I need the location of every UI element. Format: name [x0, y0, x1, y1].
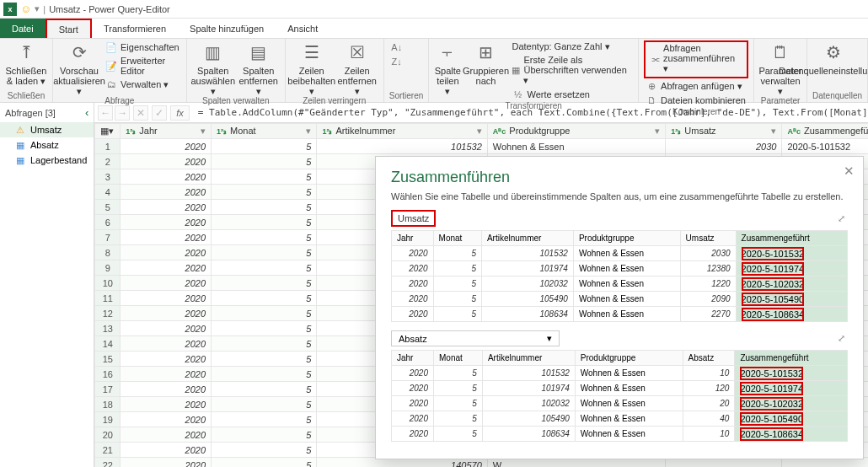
secondary-table-select[interactable]: Absatz▾: [391, 330, 560, 346]
advanced-editor-button[interactable]: 📝Erweiterter Editor: [104, 55, 181, 77]
table-icon: ▦: [15, 155, 25, 165]
row-number[interactable]: 16: [95, 367, 121, 382]
column-header[interactable]: 1²₃Jahr▾: [121, 124, 212, 139]
row-number[interactable]: 18: [95, 397, 121, 412]
warning-icon: ⚠: [15, 125, 25, 135]
close-dialog-button[interactable]: ✕: [844, 164, 855, 179]
formula-bar: ← → ✕ ✓ fx = Table.AddColumn(#"Geänderte…: [94, 103, 868, 123]
dialog-description: Wählen Sie eine Tabelle und übereinstimm…: [391, 191, 848, 201]
tab-add-column[interactable]: Spalte hinzufügen: [178, 19, 276, 38]
excel-icon: x: [3, 3, 17, 16]
column-header[interactable]: 1²₃Umsatz▾: [666, 124, 782, 139]
headers-icon: ▦: [512, 65, 520, 77]
remove-rows-icon: ☒: [346, 40, 369, 64]
replace-values-button[interactable]: ½Werte ersetzen: [510, 88, 633, 101]
accept-formula-button[interactable]: ✓: [152, 105, 167, 121]
column-header[interactable]: AᴮcZusammengeführt▾: [782, 124, 868, 139]
row-number[interactable]: 6: [95, 215, 121, 230]
refresh-preview-button[interactable]: ⟳Vorschau aktualisieren ▾: [58, 40, 100, 96]
primary-preview-table[interactable]: JahrMonatArtikelnummerProduktgruppeUmsat…: [391, 230, 848, 322]
window-title: Umsatz - Power Query-Editor: [49, 4, 170, 14]
manage-button[interactable]: 🗂Verwalten ▾: [104, 78, 181, 91]
row-number[interactable]: 8: [95, 245, 121, 260]
secondary-preview-table[interactable]: JahrMonatArtikelnummerProduktgruppeAbsat…: [391, 350, 848, 442]
first-row-headers-button[interactable]: ▦Erste Zeile als Überschriften verwenden…: [510, 54, 633, 87]
row-number[interactable]: 14: [95, 336, 121, 352]
fx-label: fx: [170, 105, 190, 121]
merge-queries-button[interactable]: ⫘Abfragen zusammenführen ▾: [649, 42, 743, 75]
row-number[interactable]: 7: [95, 230, 121, 245]
tab-transform[interactable]: Transformieren: [92, 19, 178, 38]
tab-datei[interactable]: Datei: [0, 19, 46, 38]
tab-start[interactable]: Start: [46, 19, 92, 38]
row-number[interactable]: 10: [95, 276, 121, 291]
close-load-icon: ⤒: [14, 40, 38, 64]
group-icon: ⊞: [474, 40, 497, 64]
append-icon: ⊕: [646, 80, 657, 92]
row-number[interactable]: 3: [95, 169, 121, 185]
sort-asc-icon: A↓: [391, 41, 403, 53]
properties-icon: 📄: [105, 41, 117, 53]
sort-desc-button[interactable]: Z↓: [389, 55, 405, 68]
refresh-icon: ⟳: [67, 40, 91, 64]
group-by-button[interactable]: ⊞Gruppieren nach: [464, 40, 506, 86]
row-number[interactable]: 17: [95, 382, 121, 397]
properties-button[interactable]: 📄Eigenschaften: [104, 40, 181, 54]
expand-secondary-icon[interactable]: ⤢: [834, 332, 848, 346]
remove-rows-button[interactable]: ☒Zeilen entfernen ▾: [336, 40, 378, 96]
query-item-umsatz[interactable]: ⚠Umsatz: [0, 122, 94, 137]
row-number[interactable]: 9: [95, 260, 121, 276]
sort-desc-icon: Z↓: [391, 56, 403, 67]
cancel-formula-button[interactable]: ✕: [133, 105, 148, 121]
keep-rows-icon: ☰: [300, 40, 324, 64]
column-header[interactable]: 1²₃Artikelnummer▾: [317, 124, 487, 139]
append-queries-button[interactable]: ⊕Abfragen anfügen ▾: [644, 79, 748, 93]
ribbon-tabs: Datei Start Transformieren Spalte hinzuf…: [0, 19, 868, 39]
dropdown-icon[interactable]: ▾: [35, 3, 40, 14]
datasource-icon: ⚙: [822, 40, 845, 64]
sort-asc-button[interactable]: A↓: [389, 40, 405, 54]
nav-back-button[interactable]: ←: [98, 105, 113, 121]
row-number[interactable]: 11: [95, 291, 121, 306]
collapse-pane-icon[interactable]: ‹: [85, 106, 88, 119]
expand-primary-icon[interactable]: ⤢: [834, 212, 848, 225]
row-number[interactable]: 4: [95, 185, 121, 200]
replace-icon: ½: [512, 89, 523, 100]
column-header[interactable]: 1²₃Monat▾: [212, 124, 317, 139]
close-load-button[interactable]: ⤒Schließen & laden ▾: [5, 40, 47, 86]
query-item-absatz[interactable]: ▦Absatz: [0, 137, 94, 153]
formula-text[interactable]: = Table.AddColumn(#"Geänderter Typ", "Zu…: [193, 107, 868, 118]
dialog-title: Zusammenführen: [391, 169, 848, 186]
row-number[interactable]: 22: [95, 458, 121, 468]
row-number[interactable]: 15: [95, 352, 121, 367]
query-item-lagerbestand[interactable]: ▦Lagerbestand: [0, 153, 94, 168]
row-number[interactable]: 12: [95, 306, 121, 321]
row-number[interactable]: 21: [95, 443, 121, 458]
choose-columns-button[interactable]: ▥Spalten auswählen ▾: [192, 40, 234, 96]
ribbon: ⤒Schließen & laden ▾ Schließen ⟳Vorschau…: [0, 39, 868, 103]
row-number[interactable]: 1: [95, 139, 121, 154]
datatype-button[interactable]: Datentyp: Ganze Zahl ▾: [510, 40, 633, 53]
row-number[interactable]: 20: [95, 427, 121, 443]
smiley-icon: ☺: [20, 3, 31, 15]
keep-rows-button[interactable]: ☰Zeilen beibehalten ▾: [291, 40, 333, 96]
remove-columns-button[interactable]: ▤Spalten entfernen ▾: [238, 40, 280, 96]
manage-icon: 🗂: [105, 78, 117, 90]
remove-columns-icon: ▤: [247, 40, 271, 64]
table-icon: ▦: [15, 140, 25, 150]
row-number[interactable]: 5: [95, 200, 121, 215]
queries-header: Abfragen [3]: [5, 108, 56, 118]
column-header[interactable]: AᴮcProduktgruppe▾: [487, 124, 665, 139]
nav-fwd-button[interactable]: →: [115, 105, 130, 121]
choose-columns-icon: ▥: [201, 40, 225, 64]
split-icon: ⫟: [436, 40, 459, 64]
corner-cell[interactable]: ▦▾: [95, 124, 121, 139]
queries-pane: Abfragen [3]‹ ⚠Umsatz ▦Absatz ▦Lagerbest…: [0, 103, 94, 467]
row-number[interactable]: 13: [95, 321, 121, 336]
primary-table-label: Umsatz: [391, 210, 436, 227]
split-column-button[interactable]: ⫟Spalte teilen ▾: [434, 40, 461, 96]
data-source-settings-button[interactable]: ⚙Datenquelleneinstellungen: [812, 40, 855, 76]
tab-view[interactable]: Ansicht: [276, 19, 330, 38]
row-number[interactable]: 2: [95, 154, 121, 169]
row-number[interactable]: 19: [95, 412, 121, 427]
